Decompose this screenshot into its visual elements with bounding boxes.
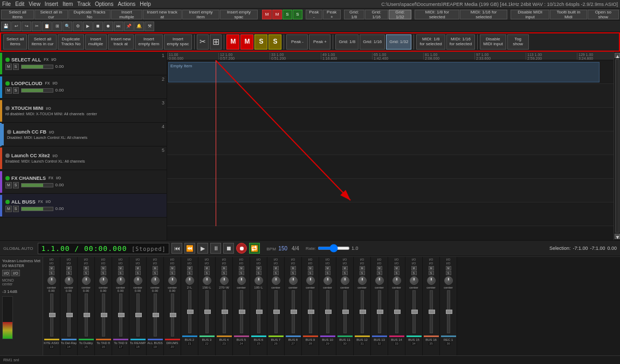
track-5[interactable]: Launch CC Xite2 I/O Enabled: MIDI: Launc…: [0, 146, 167, 170]
ch-36-pan[interactable]: [444, 276, 453, 285]
hl-grid-icon[interactable]: ⊞: [210, 34, 222, 50]
ch-14-fader[interactable]: [67, 293, 71, 337]
hl-peak-minus[interactable]: Peak -: [286, 34, 308, 50]
tb-insert-empty[interactable]: Insert empty item: [182, 10, 219, 19]
tb-icon-3[interactable]: ↪: [22, 22, 31, 31]
hl-grid-16[interactable]: Grid: 1/16: [360, 34, 385, 50]
transport-play[interactable]: ▶: [197, 243, 208, 254]
ch-28-mute[interactable]: M: [308, 266, 313, 270]
ch-25-pan[interactable]: [254, 276, 263, 285]
ch-29-pan[interactable]: [323, 276, 332, 285]
track-6[interactable]: FX CHANNELS FX I/O M S 0.00: [0, 170, 167, 194]
ch-32-solo[interactable]: S: [377, 271, 382, 275]
ch-28[interactable]: I/O I/O M S center BUS 9 28: [302, 257, 319, 364]
ch-29-solo[interactable]: S: [325, 271, 330, 275]
track-6-s[interactable]: S: [13, 182, 19, 188]
ch-33-mute[interactable]: M: [394, 266, 399, 270]
menu-actions[interactable]: Actions: [118, 1, 135, 7]
ch-15-mute[interactable]: M: [84, 266, 89, 270]
scroll-up[interactable]: ▲: [615, 53, 620, 58]
ch-34-mute[interactable]: M: [411, 266, 417, 270]
ch-13-pan[interactable]: [47, 276, 56, 285]
transport-pause[interactable]: ⏸: [210, 243, 221, 254]
menu-help[interactable]: Help: [140, 1, 151, 7]
tb-icon-13[interactable]: 📌: [124, 22, 134, 31]
ch-27-pan[interactable]: [289, 276, 298, 285]
menu-insert[interactable]: Insert: [45, 1, 58, 7]
tb-icon-12[interactable]: ⏭: [114, 22, 123, 31]
ch-19[interactable]: I/O I/O M S center 0.00 ALL BUSS 19: [147, 257, 164, 364]
scroll-down[interactable]: ▼: [615, 234, 620, 239]
ch-17-pan[interactable]: [116, 276, 125, 285]
hl-select-all[interactable]: Select all items: [3, 34, 27, 50]
hl-insert-empty-spac[interactable]: Insert empty spac: [164, 34, 192, 50]
tb-icon-2[interactable]: ↩: [11, 22, 21, 31]
tb-icon-4[interactable]: ✂: [32, 22, 42, 31]
ch-15-solo[interactable]: S: [84, 271, 89, 275]
ch-17-solo[interactable]: S: [118, 271, 123, 275]
menu-items[interactable]: File Edit View Insert Item Track Options…: [2, 1, 151, 7]
ch-14-solo[interactable]: S: [66, 271, 72, 275]
ch-32-mute[interactable]: M: [377, 266, 382, 270]
tb-grid-32[interactable]: Grid: 1/32: [389, 10, 412, 19]
right-scroll-panel[interactable]: ▲ ▼: [614, 52, 620, 240]
track-6-fader[interactable]: [21, 183, 53, 187]
transport-stop[interactable]: ⏹: [223, 243, 234, 254]
ch-25-solo[interactable]: S: [256, 271, 261, 275]
ch-23[interactable]: I/O I/O M S 270↑W BUS 4 23: [216, 257, 233, 364]
tb-icon-8[interactable]: ⚙: [73, 22, 82, 31]
ch-15-fader[interactable]: [85, 293, 88, 337]
ch-30-fader[interactable]: [343, 290, 347, 333]
ch-14-pan[interactable]: [65, 276, 73, 285]
menu-edit[interactable]: Edit: [15, 1, 24, 7]
ch-25[interactable]: I/O I/O M S 195↑L BUS 6 25: [250, 257, 267, 364]
lane-1[interactable]: Empty Item: [167, 60, 614, 84]
scroll-track-v[interactable]: [615, 59, 619, 233]
ch-16-mute[interactable]: M: [101, 266, 106, 270]
ch-35[interactable]: I/O I/O M S center BUS 16 35: [423, 257, 440, 364]
ch-36[interactable]: I/O I/O M S center REC 1 36: [440, 257, 457, 364]
hl-grid-32[interactable]: Grid: 1/32: [386, 34, 411, 50]
ch-21-mute[interactable]: M: [187, 266, 192, 270]
ch-32-fader[interactable]: [378, 290, 381, 333]
ch-14[interactable]: I/O I/O M S center 0.00 To Del-Ray 14: [60, 257, 78, 364]
hl-disable-midi[interactable]: Disable MIDI input: [480, 34, 506, 50]
hl-insert-empty-item[interactable]: Insert empty item: [135, 34, 162, 50]
tb-icon-6[interactable]: ⊞: [52, 22, 62, 31]
ch-19-fader[interactable]: [154, 293, 157, 337]
ch-26-mute[interactable]: M: [273, 266, 279, 270]
hl-insert-new-track[interactable]: Insert new track at: [108, 34, 134, 50]
ch-21-solo[interactable]: S: [187, 271, 192, 275]
ch-24-pan[interactable]: [237, 276, 246, 285]
tb-m1[interactable]: M: [262, 10, 272, 19]
tb-icon-15[interactable]: ⚒: [144, 22, 154, 31]
track-7-s[interactable]: S: [13, 206, 19, 212]
ch-21-fader[interactable]: [188, 290, 191, 333]
ch-25-mute[interactable]: M: [256, 266, 261, 270]
track-1-fader[interactable]: [21, 65, 53, 69]
ch-21[interactable]: I/O I/O M S 2↑L BUS 2 21: [181, 257, 198, 364]
tb-s2[interactable]: S: [293, 10, 302, 19]
master-io-2[interactable]: I/O: [11, 270, 19, 276]
ch-30[interactable]: I/O I/O M S center BUS 11 30: [336, 257, 354, 364]
hl-midi-16[interactable]: MIDI: 1/16 for selected: [446, 34, 475, 50]
ch-28-solo[interactable]: S: [308, 271, 313, 275]
ch-20-pan[interactable]: [168, 276, 177, 285]
ch-19-pan[interactable]: [151, 276, 160, 285]
lane-7[interactable]: [167, 202, 614, 226]
ch-16[interactable]: I/O I/O M S center 0.00 To TAD 8 16: [95, 257, 112, 364]
ch-33[interactable]: I/O I/O M S center BUS 14 33: [388, 257, 405, 364]
ch-31-pan[interactable]: [358, 276, 367, 285]
hl-s2[interactable]: S: [268, 34, 281, 50]
ch-13-solo[interactable]: S: [49, 271, 54, 275]
ch-16-pan[interactable]: [99, 276, 108, 285]
tb-disable-midi[interactable]: Disable MIDI input: [511, 10, 550, 19]
menu-options[interactable]: Options: [95, 1, 113, 7]
ch-21-pan[interactable]: [185, 276, 194, 285]
track-2-fader[interactable]: [21, 88, 53, 93]
ch-28-fader[interactable]: [309, 290, 312, 333]
ch-29[interactable]: I/O I/O M S center BUS 10 29: [319, 257, 336, 364]
tb-m2[interactable]: M: [272, 10, 282, 19]
ch-32[interactable]: I/O I/O M S center BUS 13 32: [371, 257, 388, 364]
ch-31-mute[interactable]: M: [360, 266, 365, 270]
